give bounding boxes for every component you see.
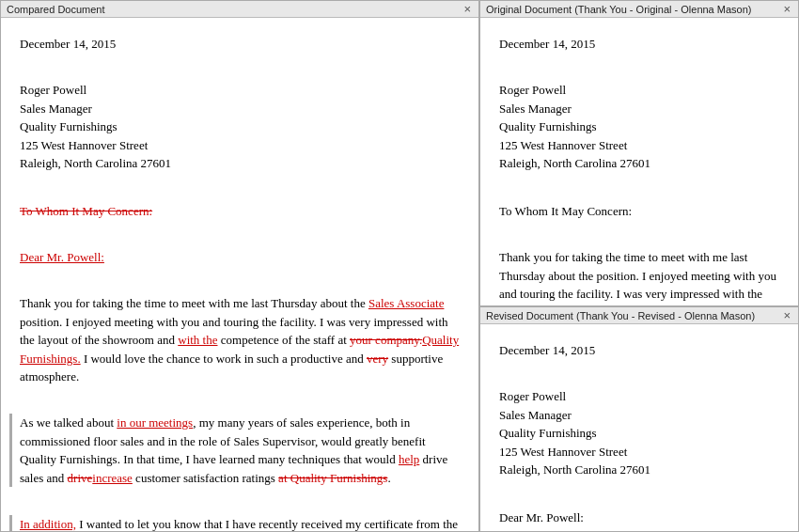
inserted-with-the: with the	[178, 333, 217, 347]
inserted-sales-associate: Sales Associate	[368, 296, 445, 310]
right-panels: Original Document (Thank You - Original …	[479, 0, 799, 532]
revised-panel-content: December 14, 2015 Roger Powell Sales Man…	[480, 324, 798, 531]
revised-salutation: Dear Mr. Powell:	[499, 509, 779, 527]
compared-salutation-inserted: Dear Mr. Powell:	[20, 248, 460, 267]
original-close-button[interactable]: ×	[781, 3, 792, 15]
original-address: Roger Powell Sales Manager Quality Furni…	[499, 81, 779, 173]
deleted-drive: drive	[68, 471, 93, 485]
revised-date: December 14, 2015	[499, 341, 779, 360]
compared-para1: Thank you for taking the time to meet wi…	[20, 294, 460, 386]
compared-panel-header: Compared Document ×	[1, 1, 478, 18]
compared-close-button[interactable]: ×	[462, 3, 473, 15]
compared-address-block: December 14, 2015 Roger Powell Sales Man…	[20, 35, 460, 173]
inserted-increase: increase	[92, 471, 133, 485]
compared-panel-content: December 14, 2015 Roger Powell Sales Man…	[1, 18, 478, 531]
revised-address: Roger Powell Sales Manager Quality Furni…	[499, 387, 779, 479]
inserted-in-addition: In addition,	[20, 517, 76, 531]
compared-para3: In addition, I wanted to let you know th…	[20, 515, 460, 532]
compared-panel-title: Compared Document	[7, 4, 105, 15]
inserted-salutation: Dear Mr. Powell:	[20, 250, 104, 264]
original-panel-title: Original Document (Thank You - Original …	[486, 4, 751, 15]
original-panel-content: December 14, 2015 Roger Powell Sales Man…	[480, 18, 798, 305]
compared-para2-block: As we talked about in our meetings, my m…	[9, 414, 460, 487]
original-date: December 14, 2015	[499, 35, 779, 54]
compared-para3-block: In addition, I wanted to let you know th…	[9, 515, 460, 532]
deleted-salutation: To Whom It May Concern:	[20, 204, 152, 218]
original-para1: Thank you for taking the time to meet wi…	[499, 248, 779, 305]
deleted-very: very	[367, 352, 388, 366]
inserted-in-our-meetings: in our meetings	[117, 415, 193, 430]
revised-panel-title: Revised Document (Thank You - Revised - …	[486, 310, 755, 321]
compared-document-panel: Compared Document × December 14, 2015 Ro…	[0, 0, 479, 532]
original-document-panel: Original Document (Thank You - Original …	[479, 0, 799, 306]
inserted-help: help	[399, 452, 419, 466]
revised-address-block: December 14, 2015 Roger Powell Sales Man…	[499, 341, 779, 479]
revised-panel-header: Revised Document (Thank You - Revised - …	[480, 307, 798, 324]
deleted-at-quality: at Quality Furnishings	[278, 471, 387, 485]
compared-date: December 14, 2015	[20, 35, 460, 54]
compared-salutation-deleted: To Whom It May Concern:	[20, 202, 460, 221]
compared-address: Roger Powell Sales Manager Quality Furni…	[20, 81, 460, 173]
compared-para2: As we talked about in our meetings, my m…	[20, 414, 460, 487]
original-panel-header: Original Document (Thank You - Original …	[480, 1, 798, 18]
revised-document-panel: Revised Document (Thank You - Revised - …	[479, 306, 799, 532]
original-address-block: December 14, 2015 Roger Powell Sales Man…	[499, 35, 779, 173]
original-salutation: To Whom It May Concern:	[499, 202, 779, 221]
deleted-your-company: your company.	[350, 333, 422, 347]
revised-close-button[interactable]: ×	[781, 309, 792, 321]
